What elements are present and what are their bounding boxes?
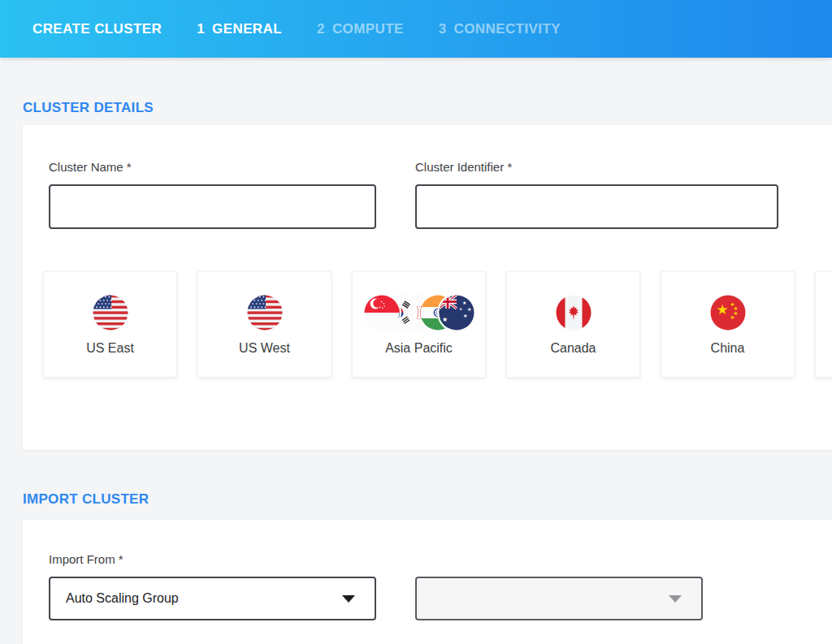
svg-text:★: ★ xyxy=(467,306,471,312)
import-from-label: Import From * xyxy=(49,552,832,566)
import-from-select[interactable]: Auto Scaling Group xyxy=(49,577,376,620)
region-label: US West xyxy=(239,341,290,356)
import-cluster-card: Import From * Auto Scaling Group xyxy=(23,520,832,644)
svg-text:★: ★ xyxy=(442,316,448,323)
cluster-name-field: Cluster Name * xyxy=(49,160,376,229)
region-card-canada[interactable]: Canada xyxy=(506,271,640,378)
tab-connectivity[interactable]: 3CONNECTIVITY xyxy=(439,21,561,37)
svg-text:★: ★ xyxy=(463,313,467,318)
region-flag-group xyxy=(247,295,283,331)
region-list: US EastUS West ★ ★ ★ ★ ★Asia Pacific Can… xyxy=(43,271,832,378)
cluster-identifier-label: Cluster Identifier * xyxy=(415,160,778,174)
page-content: CLUSTER DETAILS Cluster Name * Cluster I… xyxy=(0,58,832,644)
region-flag-group: ★ ★ ★ ★ ★ xyxy=(364,295,474,331)
region-card-partial[interactable] xyxy=(815,271,832,378)
svg-text:★: ★ xyxy=(730,314,734,321)
cluster-details-heading: CLUSTER DETAILS xyxy=(23,58,832,116)
cluster-name-label: Cluster Name * xyxy=(49,160,376,174)
region-card-china[interactable]: ★ ★ ★ ★ ★China xyxy=(661,271,795,378)
step-label: COMPUTE xyxy=(332,21,404,37)
region-flag-group xyxy=(556,295,592,331)
canada-flag-icon xyxy=(556,295,592,331)
step-number: 1 xyxy=(197,21,205,37)
step-label: GENERAL xyxy=(212,21,282,37)
import-source-select[interactable] xyxy=(415,577,703,620)
import-cluster-heading: IMPORT CLUSTER xyxy=(23,450,832,508)
singapore-flag-icon xyxy=(364,295,400,331)
svg-text:★: ★ xyxy=(462,300,466,305)
cluster-details-card: Cluster Name * Cluster Identifier * US E… xyxy=(23,125,832,450)
us-flag-icon xyxy=(93,295,128,331)
china-flag-icon: ★ ★ ★ ★ ★ xyxy=(710,295,746,331)
create-cluster-title: CREATE CLUSTER xyxy=(32,21,162,37)
region-card-us-east[interactable]: US East xyxy=(43,271,177,378)
import-from-selected-value: Auto Scaling Group xyxy=(66,591,179,606)
region-flag-group xyxy=(93,295,128,331)
tab-compute[interactable]: 2COMPUTE xyxy=(317,21,404,37)
dropdown-caret-icon xyxy=(669,595,682,603)
cluster-identifier-input[interactable] xyxy=(415,184,778,229)
region-label: Asia Pacific xyxy=(385,341,453,356)
region-card-asia-pacific[interactable]: ★ ★ ★ ★ ★Asia Pacific xyxy=(352,271,486,378)
australia-flag-icon: ★ ★ ★ ★ ★ xyxy=(439,295,474,331)
region-label: China xyxy=(711,341,745,356)
wizard-steps: 1GENERAL2COMPUTE3CONNECTIVITY xyxy=(197,21,561,37)
step-label: CONNECTIVITY xyxy=(454,21,561,37)
svg-text:★: ★ xyxy=(716,301,728,318)
region-flag-group: ★ ★ ★ ★ ★ xyxy=(710,295,746,331)
region-label: US East xyxy=(86,341,134,356)
region-card-us-west[interactable]: US West xyxy=(197,271,332,378)
step-number: 2 xyxy=(317,21,325,37)
region-label: Canada xyxy=(550,341,596,356)
wizard-header: CREATE CLUSTER 1GENERAL2COMPUTE3CONNECTI… xyxy=(0,0,832,58)
cluster-name-input[interactable] xyxy=(49,184,376,229)
tab-general[interactable]: 1GENERAL xyxy=(197,21,282,37)
step-number: 3 xyxy=(439,21,447,37)
cluster-identifier-field: Cluster Identifier * xyxy=(415,160,778,229)
us-flag-icon xyxy=(247,295,283,331)
svg-text:★: ★ xyxy=(459,307,462,311)
dropdown-caret-icon xyxy=(342,595,355,603)
